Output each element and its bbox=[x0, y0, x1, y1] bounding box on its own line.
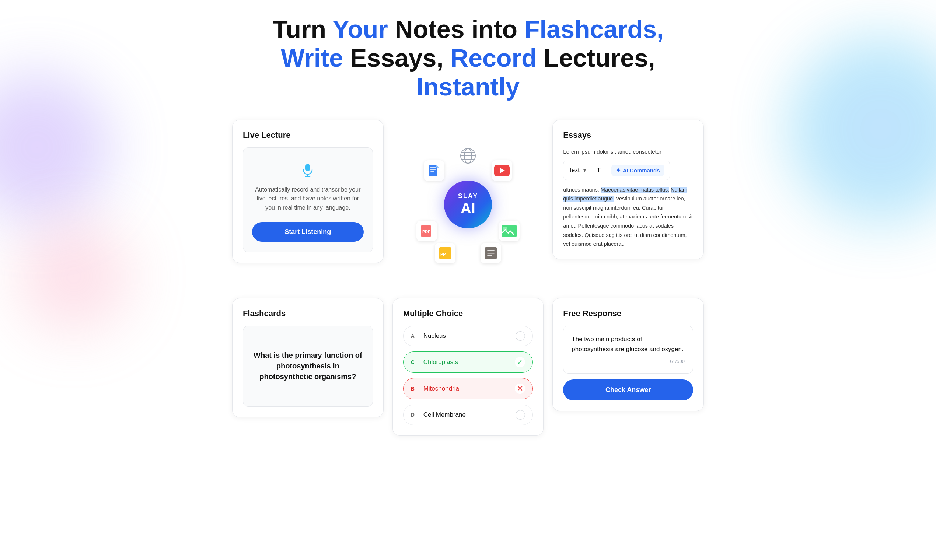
toolbar-divider bbox=[591, 166, 591, 174]
svg-text:PDF: PDF bbox=[422, 229, 430, 234]
ai-center-logo: SLAY AI bbox=[444, 180, 492, 228]
document-icon bbox=[424, 160, 445, 181]
text-format-icon[interactable]: T bbox=[597, 166, 600, 174]
mc-letter-a: A bbox=[411, 333, 418, 339]
mc-letter-d: D bbox=[411, 412, 418, 418]
mc-text-c: Chloroplasts bbox=[423, 358, 459, 366]
mc-radio-d bbox=[516, 410, 525, 420]
essays-body-text: ultrices mauris. Maecenas vitae mattis t… bbox=[563, 185, 693, 249]
sparkle-icon: ✦ bbox=[616, 167, 620, 174]
response-text: The two main products of photosynthesis … bbox=[571, 334, 685, 354]
flashcard-question: What is the primary function of photosyn… bbox=[254, 350, 362, 382]
microphone-icon bbox=[299, 161, 317, 179]
svg-rect-10 bbox=[430, 169, 436, 170]
chevron-down-icon[interactable]: ▾ bbox=[583, 167, 586, 173]
lecture-description: Automatically record and transcribe your… bbox=[252, 185, 364, 212]
pdf-icon: PDF bbox=[416, 221, 437, 241]
ai-label: AI bbox=[460, 200, 476, 217]
svg-rect-21 bbox=[487, 250, 494, 251]
svg-rect-0 bbox=[305, 164, 310, 171]
slay-label: SLAY bbox=[458, 192, 478, 200]
mc-option-c[interactable]: C Chloroplasts ✓ bbox=[403, 351, 533, 373]
toolbar-divider2 bbox=[606, 166, 606, 174]
notes-icon bbox=[480, 243, 501, 263]
free-response-card: Free Response The two main products of p… bbox=[553, 298, 704, 411]
correct-icon: ✓ bbox=[515, 357, 525, 367]
ai-commands-button[interactable]: ✦ AI Commands bbox=[611, 165, 664, 176]
live-lecture-card: Live Lecture Automatically record and tr… bbox=[232, 120, 383, 263]
mc-option-a[interactable]: A Nucleus bbox=[403, 326, 533, 346]
essays-title: Essays bbox=[563, 131, 693, 140]
youtube-icon bbox=[491, 160, 512, 181]
toolbar-text-label: Text bbox=[569, 167, 579, 174]
incorrect-icon: ✕ bbox=[515, 383, 525, 394]
hero-line1: Turn Your Notes into Flashcards, bbox=[272, 15, 664, 43]
main-grid: Live Lecture Automatically record and tr… bbox=[232, 120, 704, 436]
highlight-1: Maecenas vitae mattis tellus. bbox=[600, 187, 669, 193]
svg-rect-22 bbox=[487, 253, 494, 254]
flashcards-card: Flashcards What is the primary function … bbox=[232, 298, 383, 417]
mc-radio-a bbox=[516, 331, 525, 341]
mc-text-d: Cell Membrane bbox=[423, 411, 466, 418]
check-answer-button[interactable]: Check Answer bbox=[563, 380, 693, 400]
ai-hub: PDF PPT bbox=[413, 146, 523, 263]
mc-options-list: A Nucleus C Chloroplasts ✓ B Mitochon bbox=[403, 326, 533, 425]
hero-line2: Write Essays, Record Lectures, Instantly bbox=[281, 44, 655, 101]
svg-rect-9 bbox=[430, 167, 436, 168]
flashcards-title: Flashcards bbox=[243, 309, 373, 318]
svg-text:PPT: PPT bbox=[440, 252, 448, 257]
mc-text-a: Nucleus bbox=[423, 332, 446, 340]
lecture-inner: Automatically record and transcribe your… bbox=[243, 148, 373, 252]
ppt-icon: PPT bbox=[435, 243, 456, 263]
free-response-title: Free Response bbox=[563, 309, 693, 318]
multiple-choice-card: Multiple Choice A Nucleus C Chloroplasts… bbox=[393, 298, 544, 436]
live-lecture-title: Live Lecture bbox=[243, 131, 373, 140]
mc-letter-c: C bbox=[411, 359, 418, 365]
bg-blob-pink bbox=[18, 221, 129, 332]
ai-commands-label: AI Commands bbox=[623, 167, 660, 174]
essays-toolbar: Text ▾ T ✦ AI Commands bbox=[563, 161, 670, 180]
bg-blob-blue bbox=[788, 37, 936, 221]
response-box[interactable]: The two main products of photosynthesis … bbox=[563, 326, 693, 374]
start-listening-button[interactable]: Start Listening bbox=[252, 222, 364, 242]
ai-hub-column: PDF PPT bbox=[393, 120, 544, 289]
globe-icon bbox=[458, 146, 478, 166]
bg-blob-purple bbox=[0, 74, 111, 221]
multiple-choice-title: Multiple Choice bbox=[403, 309, 533, 318]
mc-letter-b: B bbox=[411, 386, 418, 392]
svg-rect-11 bbox=[430, 171, 434, 172]
response-count: 61/500 bbox=[571, 358, 685, 364]
mc-option-d[interactable]: D Cell Membrane bbox=[403, 405, 533, 425]
mc-text-b: Mitochondria bbox=[423, 385, 459, 392]
mc-option-b[interactable]: B Mitochondria ✕ bbox=[403, 378, 533, 399]
essays-card: Essays Lorem ipsum dolor sit amet, conse… bbox=[553, 120, 704, 259]
svg-rect-8 bbox=[429, 165, 437, 177]
hero-title: Turn Your Notes into Flashcards, Write E… bbox=[232, 15, 704, 101]
flashcard-question-box: What is the primary function of photosyn… bbox=[243, 326, 373, 407]
essays-preview: Lorem ipsum dolor sit amet, consectetur bbox=[563, 148, 693, 156]
svg-rect-23 bbox=[487, 255, 492, 257]
image-icon bbox=[499, 221, 520, 241]
